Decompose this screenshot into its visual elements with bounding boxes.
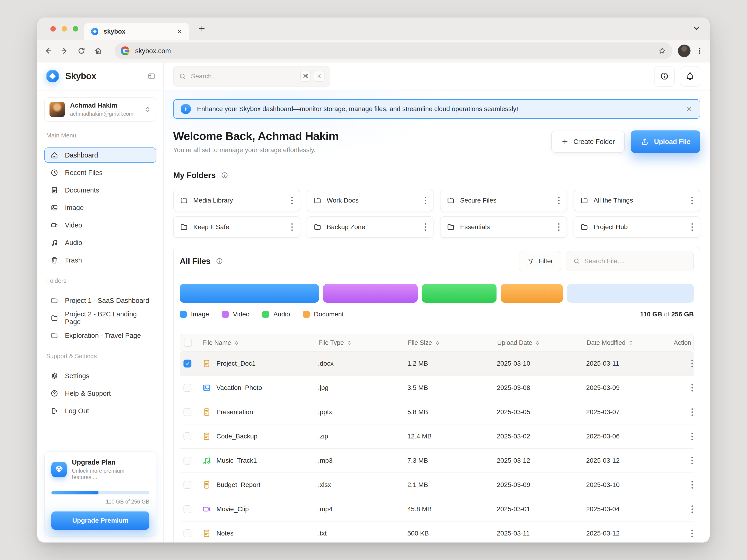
sort-icon[interactable]: [536, 340, 540, 346]
sort-icon[interactable]: [234, 340, 238, 346]
row-checkbox[interactable]: [183, 505, 191, 513]
minimize-window-button[interactable]: [61, 26, 67, 31]
folder-card[interactable]: Secure Files: [440, 190, 567, 211]
upgrade-premium-button[interactable]: Upgrade Premium: [51, 511, 149, 530]
sidebar-body: Achmad Hakim achmadhakim@gmail.com Main …: [37, 91, 163, 542]
column-header-file-size[interactable]: File Size: [408, 339, 497, 347]
sort-icon[interactable]: [347, 340, 351, 346]
table-row[interactable]: Vacation_Photo.jpg3.5 MB2025-03-082025-0…: [180, 376, 694, 400]
row-menu-kebab-icon[interactable]: [691, 456, 694, 465]
row-menu-kebab-icon[interactable]: [691, 407, 694, 417]
tab-close-icon[interactable]: [177, 28, 183, 34]
column-header-date-modified[interactable]: Date Modified: [587, 339, 672, 347]
sidebar-item-settings[interactable]: Settings: [44, 368, 156, 383]
folder-card[interactable]: Keep It Safe: [173, 216, 300, 238]
upload-file-button[interactable]: Upload File: [631, 130, 700, 153]
notifications-bell-button[interactable]: [680, 66, 700, 86]
row-menu-kebab-icon[interactable]: [691, 504, 694, 514]
table-row[interactable]: Budget_Report.xlsx2.1 MB2025-03-092025-0…: [180, 473, 694, 497]
sidebar-item-help-support[interactable]: Help & Support: [44, 386, 156, 401]
sidebar-item-dashboard[interactable]: Dashboard: [44, 148, 156, 163]
folder-menu-kebab-icon[interactable]: [424, 196, 427, 205]
row-checkbox[interactable]: [183, 408, 191, 416]
folder-card[interactable]: Media Library: [173, 190, 300, 211]
row-menu-kebab-icon[interactable]: [691, 383, 694, 393]
my-folders-info-icon[interactable]: [221, 171, 228, 179]
global-search[interactable]: ⌘ K: [173, 66, 330, 86]
sidebar-item-exploration-travel-page[interactable]: Exploration - Travel Page: [44, 328, 156, 343]
folder-menu-kebab-icon[interactable]: [424, 222, 427, 232]
browser-tab[interactable]: skybox: [84, 23, 189, 40]
folder-card[interactable]: Backup Zone: [307, 216, 434, 238]
app: Skybox Achmad Hakim achmadhakim@gmail.co…: [37, 62, 710, 542]
table-row[interactable]: Code_Backup.zip12.4 MB2025-03-022025-03-…: [180, 424, 694, 449]
sidebar-item-audio[interactable]: Audio: [44, 235, 156, 250]
sidebar-item-project-2-b2c-landing-page[interactable]: Project 2 - B2C Landing Page: [44, 310, 156, 326]
table-row[interactable]: Music_Track1.mp37.3 MB2025-03-122025-03-…: [180, 449, 694, 473]
table-row[interactable]: Presentation.pptx5.8 MB2025-03-052025-03…: [180, 400, 694, 424]
folder-menu-kebab-icon[interactable]: [290, 222, 294, 232]
folder-menu-kebab-icon[interactable]: [691, 222, 694, 232]
forward-icon[interactable]: [60, 47, 69, 55]
row-checkbox[interactable]: [183, 359, 191, 368]
sidebar-item-video[interactable]: Video: [44, 217, 156, 233]
sidebar-item-project-1-saas-dashboard[interactable]: Project 1 - SaaS Dashboard: [44, 293, 156, 308]
sidebar-item-recent-files[interactable]: Recent Files: [44, 165, 156, 180]
file-type: .pptx: [318, 408, 407, 416]
row-checkbox[interactable]: [183, 384, 191, 392]
zoom-window-button[interactable]: [73, 26, 78, 31]
row-menu-kebab-icon[interactable]: [691, 359, 694, 368]
new-tab-button[interactable]: [198, 25, 206, 32]
reload-icon[interactable]: [77, 47, 86, 55]
folder-menu-kebab-icon[interactable]: [290, 196, 294, 205]
file-search-input[interactable]: [584, 257, 687, 265]
back-icon[interactable]: [44, 47, 52, 55]
row-checkbox[interactable]: [183, 529, 191, 537]
filter-button[interactable]: Filter: [519, 251, 561, 271]
browser-home-icon[interactable]: [94, 47, 102, 55]
sidebar-item-documents[interactable]: Documents: [44, 183, 156, 198]
folder-menu-kebab-icon[interactable]: [557, 196, 561, 205]
browser-profile-avatar[interactable]: [678, 45, 691, 57]
address-bar[interactable]: skybox.com: [114, 43, 672, 59]
browser-menu-icon[interactable]: [696, 47, 703, 55]
column-header-upload-date[interactable]: Upload Date: [497, 339, 587, 347]
file-search[interactable]: [567, 251, 694, 271]
column-header-file-name[interactable]: File Name: [202, 339, 318, 347]
folder-menu-kebab-icon[interactable]: [557, 222, 561, 232]
sort-icon[interactable]: [629, 340, 633, 346]
document-file-icon: [202, 407, 211, 417]
column-header-file-type[interactable]: File Type: [318, 339, 408, 347]
sidebar-toggle-icon[interactable]: [148, 72, 155, 80]
account-switcher-chevrons-icon[interactable]: [144, 106, 151, 113]
folder-card[interactable]: Project Hub: [573, 216, 700, 238]
row-menu-kebab-icon[interactable]: [691, 529, 694, 538]
table-row[interactable]: Movie_Clip.mp445.8 MB2025-03-012025-03-0…: [180, 497, 694, 522]
row-checkbox[interactable]: [183, 432, 191, 440]
folder-card[interactable]: Essentials: [440, 216, 567, 238]
sidebar-header: Skybox: [37, 62, 163, 91]
table-row[interactable]: Notes.txt500 KB2025-03-112025-03-12: [180, 522, 694, 542]
sidebar-item-image[interactable]: Image: [44, 200, 156, 215]
sidebar-item-log-out[interactable]: Log Out: [44, 403, 156, 419]
banner-close-icon[interactable]: [686, 105, 693, 112]
sort-icon[interactable]: [435, 340, 440, 346]
all-files-info-icon[interactable]: [216, 257, 223, 265]
info-button[interactable]: [654, 66, 675, 86]
close-window-button[interactable]: [50, 26, 56, 31]
sidebar-item-trash[interactable]: Trash: [44, 252, 156, 268]
table-row[interactable]: Project_Doc1.docx1.2 MB2025-03-102025-03…: [180, 352, 694, 376]
folder-menu-kebab-icon[interactable]: [691, 196, 694, 205]
row-menu-kebab-icon[interactable]: [691, 432, 694, 441]
create-folder-button[interactable]: Create Folder: [551, 131, 624, 153]
row-menu-kebab-icon[interactable]: [691, 480, 694, 489]
row-checkbox[interactable]: [183, 457, 191, 464]
select-all-checkbox[interactable]: [184, 339, 192, 347]
user-account-card[interactable]: Achmad Hakim achmadhakim@gmail.com: [44, 97, 156, 122]
folder-card[interactable]: Work Docs: [307, 190, 434, 211]
search-input[interactable]: [191, 73, 298, 80]
tab-list-chevron-icon[interactable]: [692, 24, 701, 32]
folder-card[interactable]: All the Things: [573, 190, 700, 211]
row-checkbox[interactable]: [183, 481, 191, 489]
bookmark-star-icon[interactable]: [658, 47, 666, 55]
